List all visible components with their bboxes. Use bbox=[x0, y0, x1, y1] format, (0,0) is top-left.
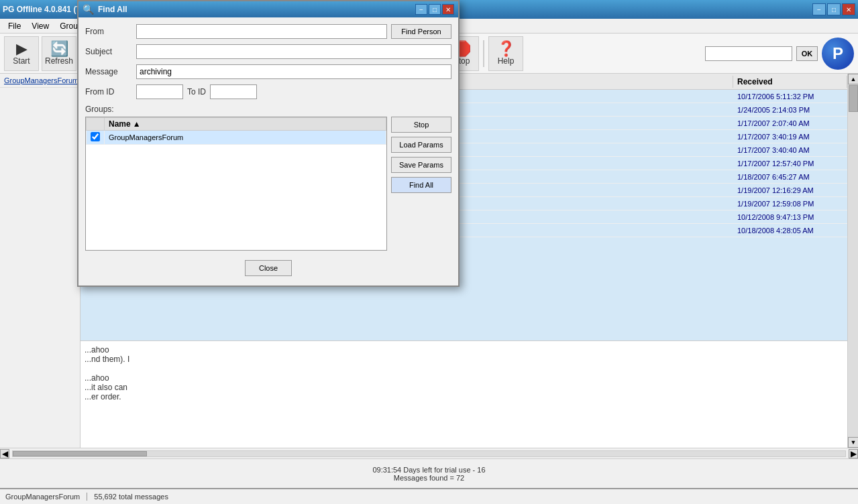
modal-overlay: 🔍 Find All − □ ✕ From Find Person Subjec… bbox=[0, 0, 858, 504]
stop-button-dialog[interactable]: Stop bbox=[391, 117, 451, 133]
list-item[interactable]: GroupManagersForum bbox=[87, 131, 386, 145]
find-all-dialog: 🔍 Find All − □ ✕ From Find Person Subjec… bbox=[77, 0, 460, 287]
col-check bbox=[87, 118, 105, 131]
dialog-title: 🔍 Find All bbox=[83, 4, 127, 15]
from-label: From bbox=[85, 27, 132, 36]
message-input[interactable] bbox=[136, 64, 451, 79]
col-name[interactable]: Name ▲ bbox=[105, 118, 386, 131]
from-row: From Find Person bbox=[85, 24, 451, 39]
from-id-label: From ID bbox=[85, 87, 132, 97]
dialog-maximize-button[interactable]: □ bbox=[429, 4, 441, 15]
dialog-title-bar: 🔍 Find All − □ ✕ bbox=[78, 1, 458, 17]
message-label: Message bbox=[85, 67, 132, 76]
groups-table-body: GroupManagersForum bbox=[87, 131, 386, 145]
groups-table: Name ▲ GroupManagersForum bbox=[86, 117, 386, 145]
dialog-minimize-button[interactable]: − bbox=[415, 4, 427, 15]
from-input[interactable] bbox=[136, 24, 387, 39]
to-id-label: To ID bbox=[187, 87, 206, 97]
id-row: From ID To ID bbox=[85, 84, 451, 99]
dialog-footer: Close bbox=[85, 256, 451, 279]
groups-label: Groups: bbox=[85, 105, 451, 114]
save-params-button[interactable]: Save Params bbox=[391, 157, 451, 173]
groups-table-container: Name ▲ GroupManagersForum bbox=[85, 117, 387, 251]
from-id-input[interactable] bbox=[136, 84, 183, 99]
load-params-button[interactable]: Load Params bbox=[391, 137, 451, 153]
subject-label: Subject bbox=[85, 47, 132, 56]
close-button[interactable]: Close bbox=[245, 260, 292, 276]
dialog-controls: − □ ✕ bbox=[415, 4, 454, 15]
group-name-cell: GroupManagersForum bbox=[105, 131, 386, 145]
group-checkbox[interactable] bbox=[91, 132, 100, 141]
to-id-input[interactable] bbox=[210, 84, 257, 99]
find-all-button[interactable]: Find All bbox=[391, 177, 451, 193]
name-sort-arrow: ▲ bbox=[133, 119, 141, 129]
dialog-title-icon: 🔍 bbox=[83, 4, 94, 15]
message-row: Message bbox=[85, 64, 451, 79]
dialog-close-button[interactable]: ✕ bbox=[442, 4, 454, 15]
dialog-body: From Find Person Subject Message From ID… bbox=[78, 17, 458, 286]
subject-row: Subject bbox=[85, 44, 451, 59]
side-buttons: Stop Load Params Save Params Find All bbox=[391, 117, 451, 251]
find-person-button[interactable]: Find Person bbox=[391, 24, 451, 39]
groups-section: Name ▲ GroupManagersForum Stop Load Par bbox=[85, 117, 451, 251]
subject-input[interactable] bbox=[136, 44, 451, 59]
